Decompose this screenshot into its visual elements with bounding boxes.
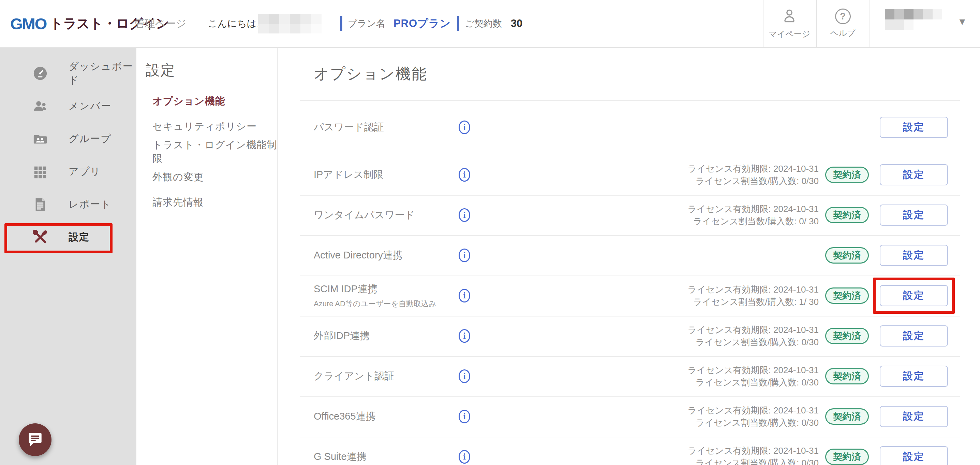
chevron-down-icon: ▼	[958, 16, 967, 27]
members-icon	[32, 98, 48, 114]
admin-page-label: 管理ページ	[135, 0, 186, 47]
contracted-badge: 契約済	[825, 247, 869, 264]
contracts-info: ご契約数 30	[457, 0, 522, 47]
feature-label: G Suite連携	[314, 450, 367, 463]
sidebar-item-label: グループ	[68, 132, 111, 146]
feature-label: 外部IDP連携	[314, 329, 370, 343]
license-usage: ライセンス割当数/購入数: 1/ 30	[688, 296, 819, 308]
groups-icon	[32, 131, 48, 147]
settings-button[interactable]: 設定	[880, 205, 948, 226]
license-expiry: ライセンス有効期限: 2024-10-31	[688, 163, 819, 175]
feature-row: SCIM IDP連携 Azure AD等のユーザーを自動取込み i ライセンス有…	[278, 275, 980, 316]
info-icon[interactable]: i	[459, 168, 470, 182]
chat-icon	[27, 430, 44, 449]
info-icon[interactable]: i	[459, 329, 470, 343]
plan-label: プラン名	[348, 18, 385, 30]
license-usage: ライセンス割当数/購入数: 0/ 30	[688, 215, 819, 227]
info-icon[interactable]: i	[459, 369, 470, 383]
redacted-username	[258, 14, 321, 34]
license-expiry: ライセンス有効期限: 2024-10-31	[688, 404, 819, 417]
subnav-item[interactable]: トラスト・ログイン機能制限	[137, 139, 277, 165]
greeting-text: こんにちは、	[208, 0, 266, 47]
sidebar-item-label: レポート	[68, 198, 111, 211]
sidebar-item-groups[interactable]: グループ	[0, 123, 137, 155]
feature-row: Office365連携 i ライセンス有効期限: 2024-10-31 ライセン…	[278, 396, 980, 437]
help-label: ヘルプ	[830, 28, 856, 38]
info-icon[interactable]: i	[459, 450, 470, 463]
contracted-badge: 契約済	[825, 166, 869, 183]
feature-row: クライアント認証 i ライセンス有効期限: 2024-10-31 ライセンス割当…	[278, 356, 980, 396]
reports-icon	[32, 197, 48, 213]
sidebar-item-settings[interactable]: 設定	[0, 221, 137, 254]
feature-label: Office365連携	[314, 410, 376, 423]
license-info: ライセンス有効期限: 2024-10-31 ライセンス割当数/購入数: 0/30	[688, 364, 819, 388]
help-icon: ?	[835, 8, 851, 24]
info-icon[interactable]: i	[459, 289, 470, 302]
sidebar-item-reports[interactable]: レポート	[0, 188, 137, 221]
subnav-item[interactable]: 請求先情報	[137, 190, 277, 215]
license-expiry: ライセンス有効期限: 2024-10-31	[688, 203, 819, 215]
help-button[interactable]: ? ヘルプ	[816, 0, 870, 47]
dashboard-icon	[32, 66, 48, 81]
header: GMO トラスト・ログイン 管理ページ こんにちは、 プラン名 PROプラン ご…	[0, 0, 980, 48]
feature-label-wrap: IPアドレス制限	[314, 168, 383, 182]
mypage-button[interactable]: マイページ	[763, 0, 816, 47]
subnav-item[interactable]: オプション機能	[137, 89, 277, 114]
settings-button[interactable]: 設定	[880, 285, 948, 306]
feature-label: IPアドレス制限	[314, 168, 383, 182]
sidebar-item-dashboard[interactable]: ダッシュボード	[0, 57, 137, 90]
feature-label: ワンタイムパスワード	[314, 208, 415, 222]
license-expiry: ライセンス有効期限: 2024-10-31	[688, 444, 819, 457]
option-feature-list: パスワード認証 i 設定 IPアドレス制限 i ライセンス有効期限: 2024-…	[278, 100, 980, 465]
feature-row: G Suite連携 i ライセンス有効期限: 2024-10-31 ライセンス割…	[278, 437, 980, 465]
sidebar-item-label: ダッシュボード	[68, 60, 137, 87]
contracted-badge: 契約済	[825, 328, 869, 344]
feature-row: パスワード認証 i 設定	[278, 100, 980, 155]
info-icon[interactable]: i	[459, 249, 470, 262]
settings-button[interactable]: 設定	[880, 164, 948, 185]
subnav-item[interactable]: セキュリティポリシー	[137, 114, 277, 139]
sidebar-item-label: 設定	[68, 230, 90, 244]
app-window: GMO トラスト・ログイン 管理ページ こんにちは、 プラン名 PROプラン ご…	[0, 0, 980, 465]
feature-label: Active Directory連携	[314, 249, 403, 262]
sidebar-item-label: アプリ	[68, 165, 101, 179]
subnav-item[interactable]: 外観の変更	[137, 165, 277, 190]
contracts-value: 30	[511, 18, 522, 30]
license-usage: ライセンス割当数/購入数: 0/30	[688, 175, 819, 187]
feature-row: Active Directory連携 i 契約済 設定	[278, 235, 980, 275]
contracts-label: ご契約数	[465, 18, 502, 30]
info-icon[interactable]: i	[459, 208, 470, 222]
license-info: ライセンス有効期限: 2024-10-31 ライセンス割当数/購入数: 0/ 3…	[688, 203, 819, 227]
settings-button[interactable]: 設定	[880, 325, 948, 347]
account-menu[interactable]: ▼	[870, 0, 980, 47]
settings-button[interactable]: 設定	[880, 245, 948, 266]
feature-label: SCIM IDP連携	[314, 282, 436, 296]
info-icon[interactable]: i	[459, 410, 470, 423]
license-info: ライセンス有効期限: 2024-10-31 ライセンス割当数/購入数: 0/30	[688, 444, 819, 465]
settings-subnav: 設定 オプション機能 セキュリティポリシー トラスト・ログイン機能制限 外観の変…	[137, 48, 278, 465]
license-info: ライセンス有効期限: 2024-10-31 ライセンス割当数/購入数: 0/30	[688, 324, 819, 348]
chat-button[interactable]	[19, 423, 51, 456]
settings-button[interactable]: 設定	[880, 366, 948, 387]
contracted-badge: 契約済	[825, 449, 869, 465]
main-content: オプション機能 パスワード認証 i 設定 IPアドレス制限 i ライセンス有効期…	[278, 48, 980, 465]
settings-button[interactable]: 設定	[880, 117, 948, 138]
feature-label: パスワード認証	[314, 120, 384, 134]
info-icon[interactable]: i	[459, 120, 470, 134]
sidebar: ダッシュボード メンバー グループ アプリ レポート 設定	[0, 48, 137, 465]
feature-label-wrap: ワンタイムパスワード	[314, 208, 415, 222]
contracted-badge: 契約済	[825, 207, 869, 223]
license-info: ライセンス有効期限: 2024-10-31 ライセンス割当数/購入数: 0/30	[688, 404, 819, 429]
sidebar-item-members[interactable]: メンバー	[0, 90, 137, 123]
license-info: ライセンス有効期限: 2024-10-31 ライセンス割当数/購入数: 1/ 3…	[688, 283, 819, 308]
feature-sublabel: Azure AD等のユーザーを自動取込み	[314, 299, 436, 309]
license-usage: ライセンス割当数/購入数: 0/30	[688, 336, 819, 348]
license-expiry: ライセンス有効期限: 2024-10-31	[688, 283, 819, 296]
plan-info: プラン名 PROプラン	[340, 0, 451, 47]
subnav-heading: 設定	[146, 61, 277, 80]
settings-button[interactable]: 設定	[880, 446, 948, 465]
sidebar-item-apps[interactable]: アプリ	[0, 155, 137, 188]
apps-icon	[32, 164, 48, 180]
settings-button[interactable]: 設定	[880, 406, 948, 427]
contracted-badge: 契約済	[825, 288, 869, 304]
